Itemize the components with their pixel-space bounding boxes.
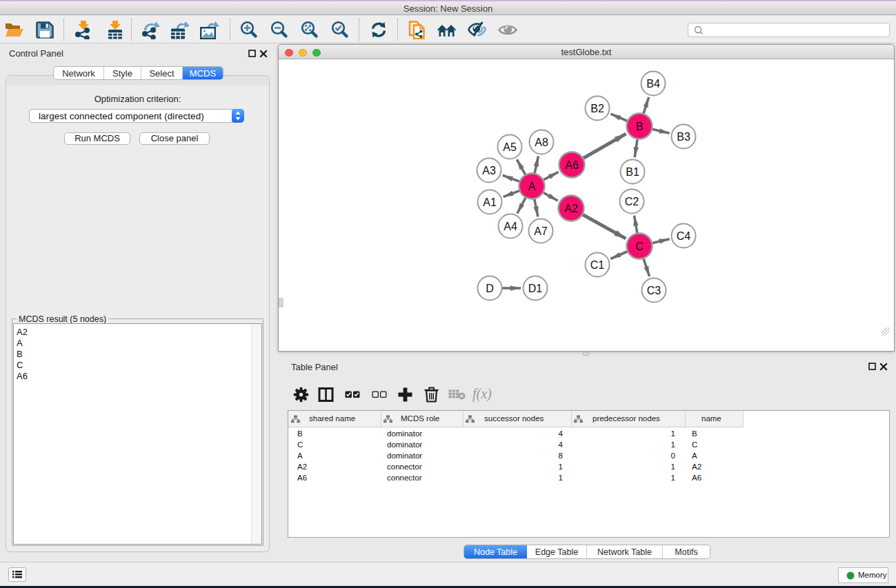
svg-text:C3: C3 xyxy=(647,285,661,296)
svg-text:B4: B4 xyxy=(646,78,660,90)
svg-text:C: C xyxy=(635,241,644,252)
svg-text:B1: B1 xyxy=(626,166,639,178)
svg-text:A2: A2 xyxy=(564,203,578,214)
svg-text:D: D xyxy=(486,283,494,294)
svg-text:C2: C2 xyxy=(625,196,639,207)
svg-text:A6: A6 xyxy=(565,159,579,171)
svg-text:A: A xyxy=(528,181,536,192)
svg-text:A4: A4 xyxy=(504,221,517,232)
svg-text:C4: C4 xyxy=(677,230,691,242)
svg-text:B2: B2 xyxy=(590,103,604,114)
svg-text:A3: A3 xyxy=(482,165,496,176)
svg-text:D1: D1 xyxy=(528,283,543,294)
svg-text:A5: A5 xyxy=(503,141,517,153)
svg-text:A1: A1 xyxy=(483,196,497,208)
svg-text:C1: C1 xyxy=(590,259,605,271)
svg-text:B3: B3 xyxy=(677,131,690,143)
svg-text:B: B xyxy=(636,121,644,132)
svg-text:A8: A8 xyxy=(535,136,548,148)
svg-text:A7: A7 xyxy=(534,225,548,237)
